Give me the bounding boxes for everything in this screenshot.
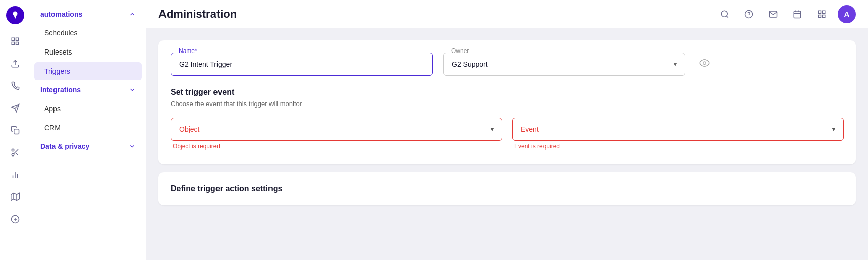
svg-point-32 bbox=[703, 62, 706, 64]
svg-rect-3 bbox=[12, 42, 14, 45]
sidebar-send-icon[interactable] bbox=[6, 99, 24, 117]
svg-point-7 bbox=[12, 149, 14, 151]
nav-triggers[interactable]: Triggers bbox=[34, 62, 142, 80]
svg-marker-14 bbox=[11, 193, 19, 201]
sidebar-copy-icon[interactable] bbox=[6, 121, 24, 139]
svg-rect-24 bbox=[794, 11, 801, 18]
integrations-section[interactable]: Integrations bbox=[30, 81, 146, 99]
trigger-dropdowns-row: Object ▼ Object is required Event ▼ bbox=[171, 118, 844, 150]
sidebar-grid-icon[interactable] bbox=[6, 32, 24, 50]
search-icon[interactable] bbox=[717, 6, 733, 22]
svg-rect-1 bbox=[16, 38, 18, 40]
define-title: Define trigger action settings bbox=[171, 184, 844, 193]
automations-label: automations bbox=[40, 10, 82, 18]
svg-rect-31 bbox=[818, 15, 821, 17]
data-privacy-section[interactable]: Data & privacy bbox=[30, 137, 146, 155]
data-privacy-label: Data & privacy bbox=[40, 142, 89, 150]
name-owner-card: Name* Owner G2 Support ▼ bbox=[158, 40, 856, 164]
svg-rect-6 bbox=[14, 129, 19, 134]
svg-rect-2 bbox=[16, 42, 18, 45]
visibility-icon[interactable] bbox=[699, 58, 710, 71]
name-field-group: Name* bbox=[171, 53, 433, 76]
event-select[interactable]: Event bbox=[512, 118, 844, 141]
content-area: Name* Owner G2 Support ▼ bbox=[146, 28, 868, 260]
trigger-event-title: Set trigger event bbox=[171, 88, 844, 97]
main-content: Administration A bbox=[146, 0, 868, 260]
user-avatar[interactable]: A bbox=[838, 5, 856, 23]
top-header: Administration A bbox=[146, 0, 868, 28]
sidebar-nav: automations Schedules Rulesets Triggers … bbox=[30, 0, 146, 260]
svg-rect-28 bbox=[818, 11, 821, 13]
nav-apps[interactable]: Apps bbox=[34, 99, 142, 118]
nav-crm[interactable]: CRM bbox=[34, 119, 142, 137]
object-select[interactable]: Object bbox=[171, 118, 502, 141]
mail-icon[interactable] bbox=[765, 6, 781, 22]
sidebar-map-icon[interactable] bbox=[6, 188, 24, 206]
owner-select-wrapper: G2 Support ▼ bbox=[443, 53, 685, 76]
svg-rect-30 bbox=[823, 15, 825, 17]
define-action-card: Define trigger action settings bbox=[158, 172, 856, 205]
owner-field-group: Owner G2 Support ▼ bbox=[443, 53, 685, 76]
name-input[interactable] bbox=[171, 53, 433, 76]
sidebar-scissors-icon[interactable] bbox=[6, 143, 24, 162]
integrations-label: Integrations bbox=[40, 86, 81, 94]
sidebar-icon-strip bbox=[0, 0, 30, 260]
sidebar-phone-icon[interactable] bbox=[6, 77, 24, 95]
name-label: Name* bbox=[177, 47, 199, 55]
svg-rect-29 bbox=[823, 11, 825, 13]
grid-apps-icon[interactable] bbox=[813, 6, 830, 22]
app-logo[interactable] bbox=[6, 6, 24, 24]
svg-point-20 bbox=[721, 11, 727, 17]
calendar-icon[interactable] bbox=[789, 6, 805, 22]
svg-line-10 bbox=[16, 153, 18, 155]
event-field: Event ▼ Event is required bbox=[512, 118, 844, 150]
event-select-wrapper: Event ▼ bbox=[512, 118, 844, 141]
event-error: Event is required bbox=[512, 143, 844, 150]
nav-schedules[interactable]: Schedules bbox=[34, 24, 142, 42]
header-actions: A bbox=[717, 5, 856, 23]
svg-line-21 bbox=[726, 16, 728, 17]
help-icon[interactable] bbox=[741, 6, 757, 22]
sidebar-plus-circle-icon[interactable] bbox=[6, 210, 24, 228]
sidebar-chart-icon[interactable] bbox=[6, 166, 24, 184]
object-field: Object ▼ Object is required bbox=[171, 118, 502, 150]
sidebar-upload-icon[interactable] bbox=[6, 55, 24, 73]
object-error: Object is required bbox=[171, 143, 502, 150]
trigger-event-section: Set trigger event Choose the event that … bbox=[171, 88, 844, 150]
owner-select[interactable]: G2 Support bbox=[443, 53, 685, 76]
trigger-event-desc: Choose the event that this trigger will … bbox=[171, 100, 844, 108]
nav-rulesets[interactable]: Rulesets bbox=[34, 43, 142, 61]
svg-point-8 bbox=[12, 153, 14, 156]
svg-rect-0 bbox=[12, 38, 14, 40]
object-select-wrapper: Object ▼ bbox=[171, 118, 502, 141]
name-owner-row: Name* Owner G2 Support ▼ bbox=[171, 53, 844, 76]
automations-section[interactable]: automations bbox=[30, 5, 146, 23]
page-title: Administration bbox=[158, 8, 237, 21]
